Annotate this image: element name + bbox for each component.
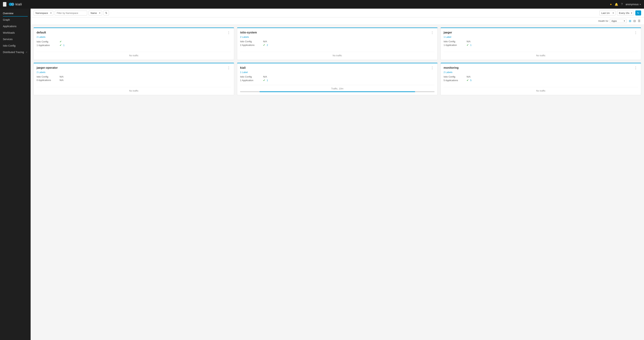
card-labels[interactable]: 1 Label bbox=[240, 71, 434, 74]
applications-row: 5 Applications ✔5 bbox=[444, 79, 638, 82]
card-header: monitoring ⋮ bbox=[444, 66, 638, 69]
card-traffic: No traffic bbox=[444, 52, 638, 57]
card-traffic: No traffic bbox=[36, 52, 231, 57]
namespace-card-jaeger-operator: jaeger-operator ⋮ 2 Labels Istio Config … bbox=[34, 63, 234, 95]
traffic-scrollbar[interactable] bbox=[240, 91, 434, 92]
card-header: jaeger-operator ⋮ bbox=[36, 66, 231, 69]
sidebar-item-istio-config[interactable]: Istio Config bbox=[0, 42, 30, 49]
main-layout: Overview Graph Applications Workloads Se… bbox=[0, 9, 644, 340]
top-navigation: ☰ kiali ● 🔔 ? anonymous ▼ bbox=[0, 0, 644, 9]
card-title: jaeger-operator bbox=[36, 66, 58, 69]
sidebar-item-graph[interactable]: Graph bbox=[0, 16, 30, 23]
card-labels[interactable]: 2 Labels bbox=[36, 71, 231, 74]
namespace-card-jaeger: jaeger ⋮ 1 Label Istio Config N/A 1 Appl… bbox=[440, 27, 641, 60]
refresh-button[interactable]: ↻ bbox=[635, 10, 641, 15]
card-title: jaeger bbox=[444, 31, 452, 34]
istio-config-row: Istio Config N/A bbox=[36, 75, 231, 78]
app-count-value: N/A bbox=[60, 79, 64, 81]
namespace-filter-input[interactable] bbox=[55, 10, 87, 15]
card-labels[interactable]: 2 Labels bbox=[444, 71, 638, 74]
sidebar-item-label: Workloads bbox=[3, 31, 15, 34]
card-traffic: Traffic, 10m bbox=[240, 85, 434, 90]
time-range-select[interactable]: Last 1m Last 5m Last 10m bbox=[599, 10, 616, 15]
istio-config-row: Istio Config N/A bbox=[240, 75, 434, 78]
card-header: istio-system ⋮ bbox=[240, 31, 434, 34]
hamburger-menu[interactable]: ☰ bbox=[3, 2, 6, 7]
card-header: default ⋮ bbox=[36, 31, 231, 34]
app-count-link[interactable]: 1 bbox=[267, 79, 268, 82]
kiali-logo-icon bbox=[9, 1, 14, 7]
card-title: monitoring bbox=[444, 66, 459, 69]
user-menu[interactable]: anonymous ▼ bbox=[626, 3, 641, 6]
istio-config-label: Istio Config bbox=[444, 75, 465, 78]
card-meta: Istio Config N/A 0 Applications N/A bbox=[36, 75, 231, 81]
card-menu-button[interactable]: ⋮ bbox=[430, 66, 434, 69]
name-select-wrap: Name ▼ bbox=[88, 10, 102, 15]
app-count-link[interactable]: 5 bbox=[470, 79, 472, 82]
help-icon[interactable]: ? bbox=[621, 3, 623, 6]
name-select[interactable]: Name bbox=[88, 10, 102, 15]
sidebar-item-label: Graph bbox=[3, 18, 10, 21]
card-title: default bbox=[36, 31, 46, 34]
health-select[interactable]: Apps Workloads Services bbox=[610, 19, 627, 23]
card-menu-button[interactable]: ⋮ bbox=[430, 31, 434, 34]
app-check-icon: ✔ bbox=[60, 44, 62, 47]
istio-config-row: Istio Config N/A bbox=[444, 75, 638, 78]
toolbar: Namespace ▼ Name ▼ ⇅ Last 1m Last 5m Las… bbox=[30, 9, 644, 17]
sort-button[interactable]: ⇅ bbox=[104, 10, 109, 15]
card-labels[interactable]: 2 Labels bbox=[36, 36, 231, 38]
health-row: Health for Apps Workloads Services ▼ ⊞ ⊟… bbox=[30, 17, 644, 25]
external-link-icon: ↗ bbox=[26, 51, 27, 53]
istio-config-label: Istio Config bbox=[36, 75, 58, 78]
app-check-icon: ✔ bbox=[466, 79, 469, 82]
card-header: kiali ⋮ bbox=[240, 66, 434, 69]
card-title: istio-system bbox=[240, 31, 257, 34]
user-caret-icon: ▼ bbox=[639, 3, 641, 5]
refresh-interval-select[interactable]: Every 15s Every 30s Every 60s bbox=[617, 10, 634, 15]
app-count-label: 2 Applications bbox=[240, 44, 262, 46]
app-count-label: 5 Applications bbox=[444, 79, 465, 82]
istio-config-value: N/A bbox=[60, 75, 64, 78]
namespace-select[interactable]: Namespace bbox=[34, 10, 53, 15]
card-view-large-button[interactable]: ⊞ bbox=[628, 19, 632, 23]
app-count-label: 1 Application bbox=[444, 44, 465, 46]
app-check-icon: ✔ bbox=[263, 79, 265, 82]
list-view-button[interactable]: ☰ bbox=[637, 19, 641, 23]
toolbar-right: Last 1m Last 5m Last 10m ▼ Every 15s Eve… bbox=[599, 10, 641, 15]
app-count-link[interactable]: 1 bbox=[63, 44, 64, 47]
card-view-small-button[interactable]: ⊟ bbox=[633, 19, 636, 23]
card-menu-button[interactable]: ⋮ bbox=[633, 31, 638, 34]
app-count-link[interactable]: 1 bbox=[470, 44, 472, 46]
card-menu-button[interactable]: ⋮ bbox=[226, 66, 231, 69]
health-select-wrap: Apps Workloads Services ▼ bbox=[610, 19, 627, 23]
card-labels[interactable]: 1 Label bbox=[444, 36, 638, 38]
card-menu-button[interactable]: ⋮ bbox=[633, 66, 638, 69]
refresh-interval-wrap: Every 15s Every 30s Every 60s ▼ bbox=[617, 10, 634, 15]
kiali-logo-text: kiali bbox=[16, 2, 22, 6]
app-check-icon: ✔ bbox=[263, 43, 265, 46]
card-traffic: No traffic bbox=[240, 52, 434, 57]
sidebar-item-overview[interactable]: Overview bbox=[0, 10, 30, 16]
applications-row: 2 Applications ✔2 bbox=[240, 43, 434, 46]
username: anonymous bbox=[626, 3, 638, 6]
sidebar-item-services[interactable]: Services bbox=[0, 36, 30, 42]
logo: kiali bbox=[9, 1, 22, 7]
sidebar-item-label: Distributed Tracing bbox=[3, 51, 24, 54]
card-traffic: No traffic bbox=[36, 87, 231, 92]
app-count-link[interactable]: 2 bbox=[267, 44, 268, 46]
istio-config-label: Istio Config bbox=[444, 40, 465, 43]
applications-row: 0 Applications N/A bbox=[36, 79, 231, 81]
sidebar-item-applications[interactable]: Applications bbox=[0, 23, 30, 29]
istio-check-icon: ✔ bbox=[60, 40, 62, 43]
istio-config-label: Istio Config bbox=[36, 40, 58, 43]
card-header: jaeger ⋮ bbox=[444, 31, 638, 34]
card-labels[interactable]: 2 Labels bbox=[240, 36, 434, 38]
applications-row: 1 Application ✔1 bbox=[240, 79, 434, 82]
sidebar-item-distributed-tracing[interactable]: Distributed Tracing ↗ bbox=[0, 49, 30, 55]
namespace-card-monitoring: monitoring ⋮ 2 Labels Istio Config N/A 5… bbox=[440, 63, 641, 95]
card-menu-button[interactable]: ⋮ bbox=[226, 31, 231, 34]
sidebar-item-label: Overview bbox=[3, 12, 13, 15]
notifications-icon[interactable]: 🔔 bbox=[615, 3, 618, 6]
mesh-status-icon[interactable]: ● bbox=[610, 3, 612, 6]
sidebar-item-workloads[interactable]: Workloads bbox=[0, 29, 30, 36]
